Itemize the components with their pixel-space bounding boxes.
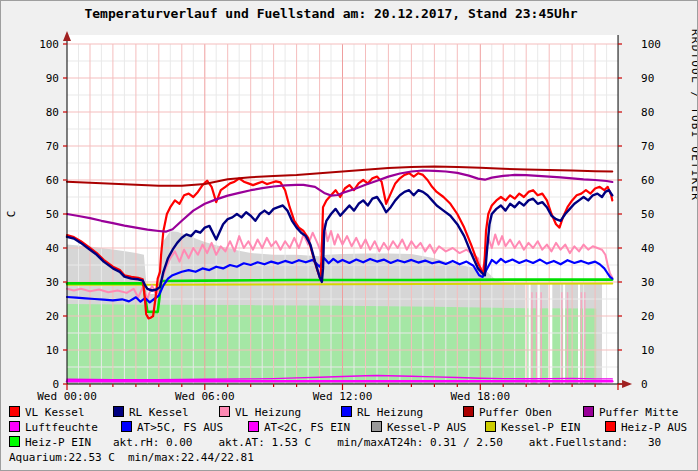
legend-item-rl-heizung: RL Heizung bbox=[341, 406, 423, 419]
legend-row-2: LuftfeuchteAT>5C, FS AUSAT<2C, FS EINKes… bbox=[1, 421, 698, 436]
state-stripe bbox=[540, 292, 542, 384]
svg-text:50: 50 bbox=[641, 208, 654, 221]
legend-item-kessel-p-aus: Kessel-P AUS bbox=[371, 421, 466, 434]
stat-akt-rh: akt.rH: 0.00 bbox=[113, 436, 192, 449]
y-axis-unit: C bbox=[5, 211, 18, 218]
state-stripe bbox=[567, 292, 569, 384]
x-tick-label: Wed 12:00 bbox=[313, 390, 373, 403]
legend-item-puffer-mitte: Puffer Mitte bbox=[583, 406, 678, 419]
svg-text:20: 20 bbox=[641, 310, 654, 323]
svg-text:100: 100 bbox=[39, 38, 59, 51]
legend-swatch bbox=[341, 406, 352, 417]
svg-text:90: 90 bbox=[46, 72, 59, 85]
legend-label: AT>5C, FS AUS bbox=[137, 421, 223, 434]
legend-swatch bbox=[121, 421, 132, 432]
legend-swatch bbox=[9, 421, 20, 432]
state-stripe bbox=[561, 292, 563, 384]
rrdtool-graph: Temperaturverlauf und Fuellstand am: 20.… bbox=[0, 0, 698, 471]
legend-label: Kessel-P EIN bbox=[501, 421, 580, 434]
svg-text:40: 40 bbox=[641, 242, 654, 255]
legend-row-1: VL KesselRL KesselVL HeizungRL HeizungPu… bbox=[1, 406, 698, 421]
stat-minmax-at: min/maxAT24h: 0.31 / 2.50 bbox=[337, 436, 503, 449]
svg-text:10: 10 bbox=[641, 344, 654, 357]
legend-swatch bbox=[248, 421, 259, 432]
state-stripe bbox=[584, 292, 586, 384]
x-tick-label: Wed 18:00 bbox=[450, 390, 510, 403]
chart: 0010102020303040405050606070708080909010… bbox=[1, 1, 698, 403]
legend-item-rl-kessel: RL Kessel bbox=[113, 406, 189, 419]
state-stripe bbox=[531, 292, 533, 384]
legend-label: RL Kessel bbox=[129, 406, 189, 419]
legend-swatch bbox=[9, 406, 20, 417]
svg-text:100: 100 bbox=[641, 38, 661, 51]
legend-item-luftfeuchte: Luftfeuchte bbox=[9, 421, 98, 434]
legend-label: VL Kessel bbox=[25, 406, 85, 419]
legend-item-vl-kessel: VL Kessel bbox=[9, 406, 85, 419]
legend-item-kessel-p-ein: Kessel-P EIN bbox=[485, 421, 580, 434]
legend-swatch bbox=[371, 421, 382, 432]
svg-text:70: 70 bbox=[641, 140, 654, 153]
legend: VL KesselRL KesselVL HeizungRL HeizungPu… bbox=[1, 403, 698, 469]
legend-label: AT<2C, FS EIN bbox=[264, 421, 350, 434]
svg-text:40: 40 bbox=[46, 242, 59, 255]
legend-item-vl-heizung: VL Heizung bbox=[219, 406, 301, 419]
legend-stats: akt.rH: 0.00akt.AT: 1.53 Cmin/maxAT24h: … bbox=[113, 436, 687, 449]
legend-item-heiz-p-aus: Heiz-P AUS bbox=[605, 421, 687, 434]
svg-text:80: 80 bbox=[641, 106, 654, 119]
legend-swatch bbox=[9, 436, 20, 447]
svg-text:30: 30 bbox=[641, 276, 654, 289]
legend-item-at-5c-fs-aus: AT>5C, FS AUS bbox=[121, 421, 223, 434]
legend-item-heiz-p-ein: Heiz-P EIN bbox=[9, 436, 91, 449]
svg-text:60: 60 bbox=[641, 174, 654, 187]
legend-label: Heiz-P EIN bbox=[25, 436, 91, 449]
legend-swatch bbox=[583, 406, 594, 417]
legend-label: Kessel-P AUS bbox=[387, 421, 466, 434]
legend-swatch bbox=[463, 406, 474, 417]
svg-text:80: 80 bbox=[46, 106, 59, 119]
svg-text:30: 30 bbox=[46, 276, 59, 289]
stat-fuellstand: akt.Fuellstand: 30 bbox=[529, 436, 661, 449]
aquarium-temp: Aquarium:22.53 C bbox=[9, 451, 115, 464]
legend-label: Luftfeuchte bbox=[25, 421, 98, 434]
legend-label: Puffer Oben bbox=[479, 406, 552, 419]
legend-item-at-2c-fs-ein: AT<2C, FS EIN bbox=[248, 421, 350, 434]
aquarium-minmax: min/max:22.44/22.81 bbox=[128, 451, 254, 464]
legend-label: Heiz-P AUS bbox=[621, 421, 687, 434]
legend-label: VL Heizung bbox=[235, 406, 301, 419]
legend-swatch bbox=[485, 421, 496, 432]
x-tick-label: Wed 00:00 bbox=[37, 390, 97, 403]
svg-text:70: 70 bbox=[46, 140, 59, 153]
legend-row-4: Aquarium:22.53 Cmin/max:22.44/22.81 bbox=[9, 451, 698, 466]
x-tick-label: Wed 06:00 bbox=[175, 390, 235, 403]
state-stripe bbox=[581, 292, 583, 384]
svg-text:0: 0 bbox=[641, 378, 648, 391]
legend-label: Puffer Mitte bbox=[599, 406, 678, 419]
svg-text:90: 90 bbox=[641, 72, 654, 85]
legend-swatch bbox=[113, 406, 124, 417]
svg-text:20: 20 bbox=[46, 310, 59, 323]
legend-swatch bbox=[219, 406, 230, 417]
x-axis-arrow bbox=[622, 380, 632, 388]
stat-akt-at: akt.AT: 1.53 C bbox=[218, 436, 311, 449]
svg-text:50: 50 bbox=[46, 208, 59, 221]
svg-text:10: 10 bbox=[46, 344, 59, 357]
legend-swatch bbox=[605, 421, 616, 432]
watermark: RRDTOOL / TOBI OETIKER bbox=[689, 29, 698, 201]
svg-text:60: 60 bbox=[46, 174, 59, 187]
legend-item-puffer-oben: Puffer Oben bbox=[463, 406, 552, 419]
legend-row-3: akt.rH: 0.00akt.AT: 1.53 Cmin/maxAT24h: … bbox=[1, 436, 698, 451]
state-stripe bbox=[536, 292, 538, 384]
legend-label: RL Heizung bbox=[357, 406, 423, 419]
